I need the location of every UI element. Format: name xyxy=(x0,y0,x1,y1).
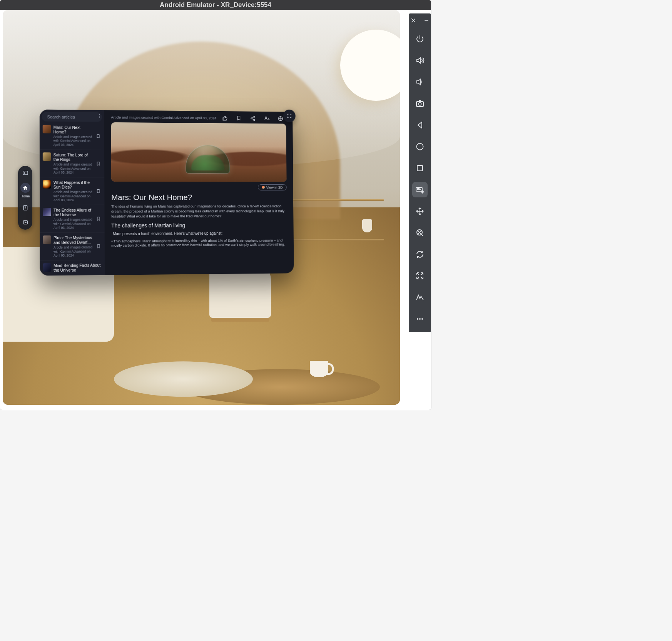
article-sidebar: Mars: Our Next Home? Article and images … xyxy=(40,110,105,276)
search-field[interactable] xyxy=(42,112,102,122)
volume-down-icon xyxy=(415,77,425,87)
list-item[interactable]: What Happens if the Sun Dies? Article an… xyxy=(40,177,104,205)
list-item-title: Saturn: The Lord of the Rings xyxy=(53,152,94,162)
zoom-reset-icon xyxy=(415,228,425,237)
more-button[interactable] xyxy=(412,311,428,327)
minimize-icon xyxy=(423,16,430,25)
list-item-title: Mars: Our Next Home? xyxy=(53,125,94,135)
back-icon xyxy=(415,120,425,130)
svg-point-5 xyxy=(99,116,100,117)
thumbnail xyxy=(43,235,51,244)
bookmark-button[interactable] xyxy=(236,115,242,121)
more-icon xyxy=(415,314,425,324)
volume-down-button[interactable] xyxy=(412,74,428,90)
xr-viewport[interactable]: Home xyxy=(3,10,400,405)
list-item-meta: Article and images created with Gemini A… xyxy=(53,162,94,174)
thumbs-up-button[interactable] xyxy=(222,115,227,121)
bookmark-button[interactable] xyxy=(96,208,102,230)
globe-button[interactable] xyxy=(277,115,283,122)
overview-button[interactable] xyxy=(412,160,428,176)
volume-up-icon xyxy=(415,56,425,65)
pan-button[interactable] xyxy=(412,204,428,219)
list-item[interactable]: Saturn: The Lord of the Rings Article an… xyxy=(40,150,104,177)
article-list: Mars: Our Next Home? Article and images … xyxy=(40,122,105,275)
overview-square-icon xyxy=(415,164,425,173)
rotate-button[interactable] xyxy=(412,247,428,262)
nav-video[interactable] xyxy=(20,217,30,227)
nav-console[interactable] xyxy=(20,168,30,178)
thumbs-up-icon xyxy=(222,115,227,121)
thumbnail xyxy=(43,152,51,161)
svg-point-18 xyxy=(419,318,421,320)
list-item-meta xyxy=(53,273,102,273)
power-button[interactable] xyxy=(412,31,428,47)
home-button[interactable] xyxy=(412,139,428,154)
back-button[interactable] xyxy=(412,117,428,133)
nav-home[interactable] xyxy=(20,183,30,193)
article-intro: The idea of humans living on Mars has ca… xyxy=(111,204,287,219)
list-item-meta: Article and images created with Gemini A… xyxy=(53,218,94,230)
screenshot-button[interactable] xyxy=(412,96,428,111)
svg-point-19 xyxy=(421,318,423,320)
list-item-meta: Article and images created with Gemini A… xyxy=(53,245,94,258)
list-item-meta: Article and images created with Gemini A… xyxy=(53,135,94,147)
bookmark-button[interactable] xyxy=(96,180,102,202)
search-input[interactable] xyxy=(47,114,100,119)
globe-icon xyxy=(277,116,283,122)
list-item[interactable]: The Endless Allure of the Universe Artic… xyxy=(40,205,105,233)
volume-up-button[interactable] xyxy=(412,53,428,68)
depth-button[interactable] xyxy=(412,290,428,305)
nav-home-label: Home xyxy=(20,194,30,198)
minimize-button[interactable] xyxy=(423,17,430,23)
rotate-icon xyxy=(415,250,425,259)
svg-rect-14 xyxy=(417,165,423,171)
thumbnail xyxy=(43,180,51,189)
power-icon xyxy=(415,34,425,43)
collapse-button[interactable] xyxy=(412,268,428,284)
nav-article[interactable] xyxy=(20,203,30,213)
overview-circle-icon xyxy=(415,142,425,151)
bookmark-icon xyxy=(96,189,101,194)
bookmark-button[interactable] xyxy=(96,125,101,147)
emulator-window: Android Emulator - XR_Device:5554 Ho xyxy=(0,0,431,410)
more-button[interactable] xyxy=(97,113,103,119)
share-button[interactable] xyxy=(250,115,256,121)
article-bullet: Thin atmosphere: Mars' atmosphere is inc… xyxy=(111,238,287,247)
nav-rail: Home xyxy=(18,166,32,230)
bookmark-icon xyxy=(96,244,101,249)
thumbnail xyxy=(43,263,51,272)
text-size-button[interactable] xyxy=(264,115,269,122)
list-item-meta: Article and images created with Gemini A… xyxy=(53,190,94,202)
view-3d-label: View in 3D xyxy=(266,185,283,189)
input-mode-button[interactable] xyxy=(412,182,428,197)
article-content: Article and images created with Gemini A… xyxy=(104,110,294,275)
svg-point-12 xyxy=(419,103,421,105)
share-icon xyxy=(250,115,255,121)
svg-point-13 xyxy=(417,144,423,150)
article-panel-wrap: Mars: Our Next Home? Article and images … xyxy=(40,110,294,276)
list-item[interactable]: Mind-Bending Facts About the Universe xyxy=(40,260,105,275)
article-section-heading: The challenges of Martian living xyxy=(111,222,287,229)
text-size-icon xyxy=(264,115,269,122)
bookmark-button[interactable] xyxy=(96,235,102,257)
svg-point-6 xyxy=(99,117,100,118)
close-icon xyxy=(410,16,416,25)
list-item-title: Mind-Bending Facts About the Universe xyxy=(53,263,102,272)
zoom-reset-button[interactable] xyxy=(412,225,428,240)
view-3d-button[interactable]: View in 3D xyxy=(258,184,287,191)
article-section-intro: Mars presents a harsh environment. Here'… xyxy=(113,231,287,236)
list-item[interactable]: Pluto: The Mysterious and Beloved Dwarf.… xyxy=(40,233,105,261)
bookmark-icon xyxy=(96,161,100,166)
content-toolbar: Article and images created with Gemini A… xyxy=(111,114,286,122)
camera-icon xyxy=(415,99,425,108)
source-caption: Article and images created with Gemini A… xyxy=(111,115,222,120)
close-button[interactable] xyxy=(410,17,416,23)
keyboard-mouse-icon xyxy=(415,185,425,194)
bookmark-button[interactable] xyxy=(96,153,101,175)
list-item[interactable]: Mars: Our Next Home? Article and images … xyxy=(40,122,104,150)
thumbnail xyxy=(43,208,51,216)
more-vert-icon xyxy=(97,114,102,119)
emulator-toolbar xyxy=(409,13,431,332)
article-panel: Mars: Our Next Home? Article and images … xyxy=(40,110,294,276)
svg-point-17 xyxy=(417,318,418,320)
